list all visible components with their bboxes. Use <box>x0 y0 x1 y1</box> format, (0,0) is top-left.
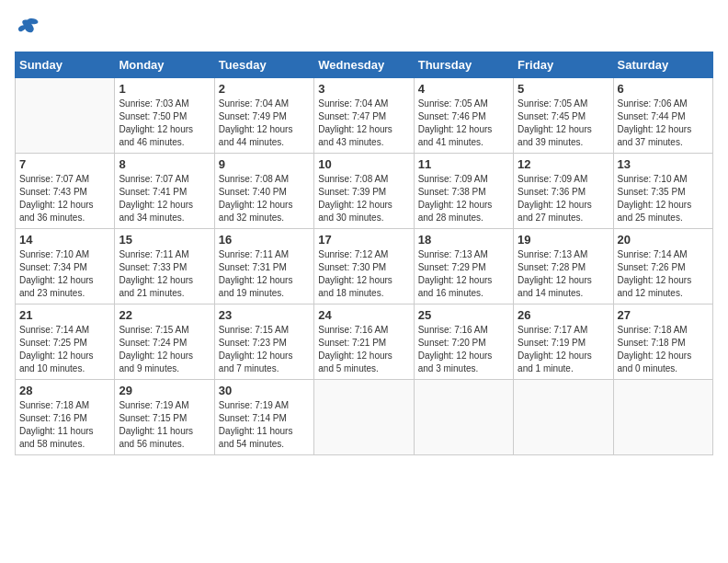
day-number: 7 <box>19 157 110 171</box>
day-number: 17 <box>318 233 409 247</box>
week-row-5: 28Sunrise: 7:18 AM Sunset: 7:16 PM Dayli… <box>16 380 713 455</box>
calendar-cell: 12Sunrise: 7:09 AM Sunset: 7:36 PM Dayli… <box>514 154 613 229</box>
day-info: Sunrise: 7:18 AM Sunset: 7:16 PM Dayligh… <box>19 399 110 451</box>
calendar-cell <box>613 380 712 455</box>
calendar-cell: 28Sunrise: 7:18 AM Sunset: 7:16 PM Dayli… <box>16 380 115 455</box>
day-number: 6 <box>618 82 709 96</box>
calendar-cell: 9Sunrise: 7:08 AM Sunset: 7:40 PM Daylig… <box>214 154 313 229</box>
day-info: Sunrise: 7:19 AM Sunset: 7:14 PM Dayligh… <box>219 399 310 451</box>
day-info: Sunrise: 7:06 AM Sunset: 7:44 PM Dayligh… <box>618 98 709 149</box>
day-info: Sunrise: 7:17 AM Sunset: 7:19 PM Dayligh… <box>518 324 609 375</box>
day-info: Sunrise: 7:05 AM Sunset: 7:45 PM Dayligh… <box>518 98 609 149</box>
day-info: Sunrise: 7:16 AM Sunset: 7:21 PM Dayligh… <box>318 324 409 375</box>
day-number: 29 <box>119 384 210 397</box>
day-info: Sunrise: 7:14 AM Sunset: 7:25 PM Dayligh… <box>19 324 110 375</box>
weekday-header-friday: Friday <box>514 52 613 78</box>
day-number: 11 <box>418 157 509 171</box>
calendar-cell: 17Sunrise: 7:12 AM Sunset: 7:30 PM Dayli… <box>314 229 414 304</box>
day-number: 20 <box>618 233 709 247</box>
day-number: 24 <box>318 308 409 322</box>
day-number: 28 <box>19 384 110 397</box>
day-info: Sunrise: 7:11 AM Sunset: 7:33 PM Dayligh… <box>119 248 210 300</box>
day-number: 14 <box>19 233 110 247</box>
day-number: 27 <box>618 308 709 322</box>
day-info: Sunrise: 7:09 AM Sunset: 7:36 PM Dayligh… <box>518 173 609 224</box>
day-info: Sunrise: 7:08 AM Sunset: 7:40 PM Dayligh… <box>219 173 310 224</box>
day-info: Sunrise: 7:12 AM Sunset: 7:30 PM Dayligh… <box>318 248 409 300</box>
day-number: 3 <box>318 82 409 96</box>
page-header <box>15 15 713 44</box>
day-number: 22 <box>119 308 210 322</box>
day-info: Sunrise: 7:07 AM Sunset: 7:41 PM Dayligh… <box>119 173 210 224</box>
weekday-header-tuesday: Tuesday <box>214 52 313 78</box>
day-number: 16 <box>219 233 310 247</box>
day-number: 15 <box>119 233 210 247</box>
day-number: 9 <box>219 157 310 171</box>
day-number: 13 <box>618 157 709 171</box>
day-number: 8 <box>119 157 210 171</box>
calendar-cell: 10Sunrise: 7:08 AM Sunset: 7:39 PM Dayli… <box>314 154 414 229</box>
calendar-cell: 8Sunrise: 7:07 AM Sunset: 7:41 PM Daylig… <box>115 154 214 229</box>
calendar-cell: 18Sunrise: 7:13 AM Sunset: 7:29 PM Dayli… <box>414 229 513 304</box>
weekday-header-monday: Monday <box>115 52 214 78</box>
calendar-cell: 23Sunrise: 7:15 AM Sunset: 7:23 PM Dayli… <box>214 304 313 380</box>
calendar-cell: 25Sunrise: 7:16 AM Sunset: 7:20 PM Dayli… <box>414 304 513 380</box>
calendar-cell: 30Sunrise: 7:19 AM Sunset: 7:14 PM Dayli… <box>214 380 313 455</box>
calendar-cell: 2Sunrise: 7:04 AM Sunset: 7:49 PM Daylig… <box>214 78 313 154</box>
day-info: Sunrise: 7:10 AM Sunset: 7:35 PM Dayligh… <box>618 173 709 224</box>
day-info: Sunrise: 7:19 AM Sunset: 7:15 PM Dayligh… <box>119 399 210 451</box>
calendar-cell: 26Sunrise: 7:17 AM Sunset: 7:19 PM Dayli… <box>514 304 613 380</box>
day-info: Sunrise: 7:07 AM Sunset: 7:43 PM Dayligh… <box>19 173 110 224</box>
day-info: Sunrise: 7:16 AM Sunset: 7:20 PM Dayligh… <box>418 324 509 375</box>
weekday-header-wednesday: Wednesday <box>314 52 414 78</box>
day-info: Sunrise: 7:10 AM Sunset: 7:34 PM Dayligh… <box>19 248 110 300</box>
day-number: 23 <box>219 308 310 322</box>
calendar-cell: 20Sunrise: 7:14 AM Sunset: 7:26 PM Dayli… <box>613 229 712 304</box>
calendar-cell: 24Sunrise: 7:16 AM Sunset: 7:21 PM Dayli… <box>314 304 414 380</box>
day-number: 26 <box>518 308 609 322</box>
calendar-cell: 1Sunrise: 7:03 AM Sunset: 7:50 PM Daylig… <box>115 78 214 154</box>
calendar-cell: 27Sunrise: 7:18 AM Sunset: 7:18 PM Dayli… <box>613 304 712 380</box>
calendar-table: SundayMondayTuesdayWednesdayThursdayFrid… <box>15 52 713 455</box>
day-number: 30 <box>219 384 310 397</box>
calendar-cell: 14Sunrise: 7:10 AM Sunset: 7:34 PM Dayli… <box>16 229 115 304</box>
calendar-cell: 13Sunrise: 7:10 AM Sunset: 7:35 PM Dayli… <box>613 154 712 229</box>
calendar-cell: 7Sunrise: 7:07 AM Sunset: 7:43 PM Daylig… <box>16 154 115 229</box>
day-number: 19 <box>518 233 609 247</box>
day-info: Sunrise: 7:15 AM Sunset: 7:23 PM Dayligh… <box>219 324 310 375</box>
week-row-3: 14Sunrise: 7:10 AM Sunset: 7:34 PM Dayli… <box>16 229 713 304</box>
day-info: Sunrise: 7:04 AM Sunset: 7:47 PM Dayligh… <box>318 98 409 149</box>
calendar-cell: 6Sunrise: 7:06 AM Sunset: 7:44 PM Daylig… <box>613 78 712 154</box>
calendar-cell <box>314 380 414 455</box>
calendar-cell: 29Sunrise: 7:19 AM Sunset: 7:15 PM Dayli… <box>115 380 214 455</box>
day-info: Sunrise: 7:18 AM Sunset: 7:18 PM Dayligh… <box>618 324 709 375</box>
day-number: 4 <box>418 82 509 96</box>
calendar-cell <box>414 380 513 455</box>
day-info: Sunrise: 7:11 AM Sunset: 7:31 PM Dayligh… <box>219 248 310 300</box>
day-number: 2 <box>219 82 310 96</box>
logo-icon <box>15 15 40 44</box>
day-number: 12 <box>518 157 609 171</box>
day-info: Sunrise: 7:08 AM Sunset: 7:39 PM Dayligh… <box>318 173 409 224</box>
day-number: 1 <box>119 82 210 96</box>
day-info: Sunrise: 7:15 AM Sunset: 7:24 PM Dayligh… <box>119 324 210 375</box>
day-info: Sunrise: 7:05 AM Sunset: 7:46 PM Dayligh… <box>418 98 509 149</box>
calendar-cell: 4Sunrise: 7:05 AM Sunset: 7:46 PM Daylig… <box>414 78 513 154</box>
calendar-cell <box>514 380 613 455</box>
day-info: Sunrise: 7:13 AM Sunset: 7:28 PM Dayligh… <box>518 248 609 300</box>
day-number: 18 <box>418 233 509 247</box>
weekday-header-saturday: Saturday <box>613 52 712 78</box>
day-number: 21 <box>19 308 110 322</box>
day-info: Sunrise: 7:13 AM Sunset: 7:29 PM Dayligh… <box>418 248 509 300</box>
calendar-cell: 21Sunrise: 7:14 AM Sunset: 7:25 PM Dayli… <box>16 304 115 380</box>
calendar-cell: 5Sunrise: 7:05 AM Sunset: 7:45 PM Daylig… <box>514 78 613 154</box>
calendar-cell: 22Sunrise: 7:15 AM Sunset: 7:24 PM Dayli… <box>115 304 214 380</box>
calendar-cell: 3Sunrise: 7:04 AM Sunset: 7:47 PM Daylig… <box>314 78 414 154</box>
day-info: Sunrise: 7:03 AM Sunset: 7:50 PM Dayligh… <box>119 98 210 149</box>
calendar-cell <box>16 78 115 154</box>
week-row-4: 21Sunrise: 7:14 AM Sunset: 7:25 PM Dayli… <box>16 304 713 380</box>
day-info: Sunrise: 7:04 AM Sunset: 7:49 PM Dayligh… <box>219 98 310 149</box>
day-info: Sunrise: 7:14 AM Sunset: 7:26 PM Dayligh… <box>618 248 709 300</box>
day-number: 10 <box>318 157 409 171</box>
calendar-cell: 19Sunrise: 7:13 AM Sunset: 7:28 PM Dayli… <box>514 229 613 304</box>
